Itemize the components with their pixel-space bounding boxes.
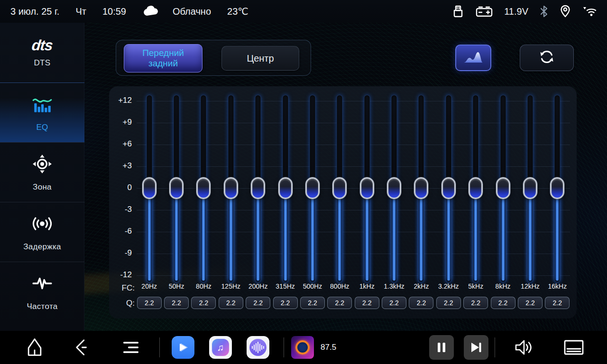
display-settings-button[interactable] bbox=[562, 338, 585, 357]
band-frequency-label: 315Hz bbox=[272, 282, 299, 290]
band-frequency-label: 1.3kHz bbox=[380, 282, 407, 290]
eq-slider-thumb[interactable] bbox=[360, 177, 374, 199]
q-value-button[interactable]: 2.2 bbox=[518, 297, 543, 309]
eq-slider-thumb[interactable] bbox=[169, 177, 184, 199]
radio-app-icon[interactable] bbox=[291, 336, 314, 359]
eq-slider-fill bbox=[311, 188, 314, 281]
dts-logo-icon: dts bbox=[31, 38, 54, 53]
eq-slider-fill bbox=[447, 188, 450, 281]
eq-band-column: 200Hz2.2 bbox=[245, 86, 272, 318]
volume-button[interactable] bbox=[512, 337, 534, 357]
eq-band-column: 3.2kHz2.2 bbox=[435, 86, 462, 318]
eq-slider-fill bbox=[501, 188, 505, 281]
tab-center[interactable]: Центр bbox=[221, 46, 299, 71]
menu-button[interactable] bbox=[121, 338, 140, 357]
delay-icon bbox=[31, 213, 53, 237]
eq-slider-thumb[interactable] bbox=[441, 177, 456, 199]
sidebar-item-dts[interactable]: dts DTS bbox=[0, 23, 84, 82]
eq-slider-fill bbox=[474, 188, 478, 281]
voice-waveform-icon bbox=[249, 339, 267, 356]
q-value-button[interactable]: 2.2 bbox=[219, 297, 243, 309]
eq-slider-thumb[interactable] bbox=[305, 177, 320, 199]
q-value-button[interactable]: 2.2 bbox=[436, 297, 461, 309]
eq-slider-thumb[interactable] bbox=[224, 177, 238, 199]
sidebar-item-zone[interactable]: Зона bbox=[0, 142, 84, 202]
eq-slider-thumb[interactable] bbox=[496, 177, 510, 199]
status-date: 3 июл. 25 г. bbox=[10, 6, 59, 17]
eq-slider-thumb[interactable] bbox=[414, 177, 428, 199]
eq-slider-fill bbox=[393, 188, 396, 281]
eq-slider-thumb[interactable] bbox=[469, 177, 483, 199]
q-value-button[interactable]: 2.2 bbox=[491, 297, 515, 309]
eq-slider-fill bbox=[420, 188, 423, 281]
music-note-icon: ♫ bbox=[212, 339, 229, 356]
eq-reset-button[interactable] bbox=[520, 45, 574, 71]
head-unit-screen: 3 июл. 25 г. Чт 10:59 Облачно 23℃ bbox=[0, 0, 607, 364]
eq-slider-fill bbox=[202, 188, 205, 281]
eq-band-column: 8kHz2.2 bbox=[489, 86, 516, 318]
q-value-button[interactable]: 2.2 bbox=[463, 297, 488, 309]
eq-band-column: 315Hz2.2 bbox=[272, 86, 299, 318]
q-value-button[interactable]: 2.2 bbox=[273, 297, 298, 309]
q-value-button[interactable]: 2.2 bbox=[300, 297, 325, 309]
music-app-icon[interactable]: ♫ bbox=[209, 336, 232, 359]
eq-slider-thumb[interactable] bbox=[387, 177, 401, 199]
eq-slider-fill bbox=[338, 188, 341, 281]
sidebar-item-frequency[interactable]: Частота bbox=[0, 262, 84, 321]
band-frequency-label: 125Hz bbox=[217, 282, 244, 290]
bottom-nav-bar: ♫ 87.5 bbox=[0, 331, 607, 364]
bottombar-separator bbox=[495, 337, 495, 357]
q-value-button[interactable]: 2.2 bbox=[355, 297, 379, 309]
band-frequency-label: 3.2kHz bbox=[435, 282, 462, 290]
location-icon bbox=[560, 5, 571, 18]
sidebar-item-delay[interactable]: Задержка bbox=[0, 202, 84, 262]
q-value-button[interactable]: 2.2 bbox=[191, 297, 216, 309]
next-track-button[interactable] bbox=[464, 335, 488, 360]
status-time: 10:59 bbox=[102, 6, 126, 17]
scale-tick-label: -6 bbox=[109, 227, 132, 236]
band-frequency-label: 12kHz bbox=[516, 282, 543, 290]
eq-slider-thumb[interactable] bbox=[278, 177, 293, 199]
q-value-button[interactable]: 2.2 bbox=[382, 297, 406, 309]
video-player-app-icon[interactable] bbox=[172, 336, 194, 359]
q-value-button[interactable]: 2.2 bbox=[409, 297, 433, 309]
back-button[interactable] bbox=[71, 337, 91, 357]
reset-icon bbox=[538, 48, 555, 67]
eq-slider-thumb[interactable] bbox=[332, 177, 347, 199]
scale-tick-label: -3 bbox=[109, 205, 132, 214]
eq-band-column: 1.3kHz2.2 bbox=[380, 86, 407, 318]
sidebar-item-label: EQ bbox=[36, 123, 48, 132]
bottombar-separator bbox=[159, 337, 160, 357]
eq-band-column: 2kHz2.2 bbox=[408, 86, 435, 318]
car-battery-icon bbox=[476, 5, 493, 18]
equalizer-icon bbox=[31, 93, 53, 117]
eq-slider-thumb[interactable] bbox=[251, 177, 265, 199]
q-value-button[interactable]: 2.2 bbox=[545, 297, 570, 309]
band-frequency-label: 20Hz bbox=[136, 282, 163, 290]
eq-slider-thumb[interactable] bbox=[550, 177, 564, 199]
eq-slider-thumb[interactable] bbox=[196, 177, 211, 199]
eq-slider-fill bbox=[556, 188, 559, 281]
q-value-button[interactable]: 2.2 bbox=[327, 297, 352, 309]
eq-slider-fill bbox=[175, 188, 178, 281]
eq-band-column: 5kHz2.2 bbox=[462, 86, 489, 318]
sidebar-item-label: Задержка bbox=[23, 242, 61, 252]
eq-band-column: 20Hz2.2 bbox=[136, 86, 163, 318]
usb-icon bbox=[452, 5, 464, 18]
q-value-button[interactable]: 2.2 bbox=[137, 297, 162, 309]
bottombar-separator bbox=[284, 337, 284, 357]
scale-tick-label: 0 bbox=[109, 183, 132, 192]
tab-front-rear[interactable]: Передний задний bbox=[124, 44, 202, 73]
q-value-button[interactable]: 2.2 bbox=[164, 297, 189, 309]
sidebar-item-eq[interactable]: EQ bbox=[0, 82, 84, 142]
pause-button[interactable] bbox=[429, 335, 454, 360]
voice-assistant-app-icon[interactable] bbox=[247, 336, 269, 359]
eq-slider-thumb[interactable] bbox=[142, 177, 156, 199]
eq-slider-fill bbox=[528, 188, 532, 281]
q-value-button[interactable]: 2.2 bbox=[246, 297, 270, 309]
fc-row-label: FC: bbox=[112, 283, 135, 293]
eq-slider-thumb[interactable] bbox=[523, 177, 537, 199]
home-button[interactable] bbox=[25, 337, 45, 357]
eq-band-column: 1kHz2.2 bbox=[353, 86, 380, 318]
eq-preset-button[interactable] bbox=[455, 45, 491, 71]
